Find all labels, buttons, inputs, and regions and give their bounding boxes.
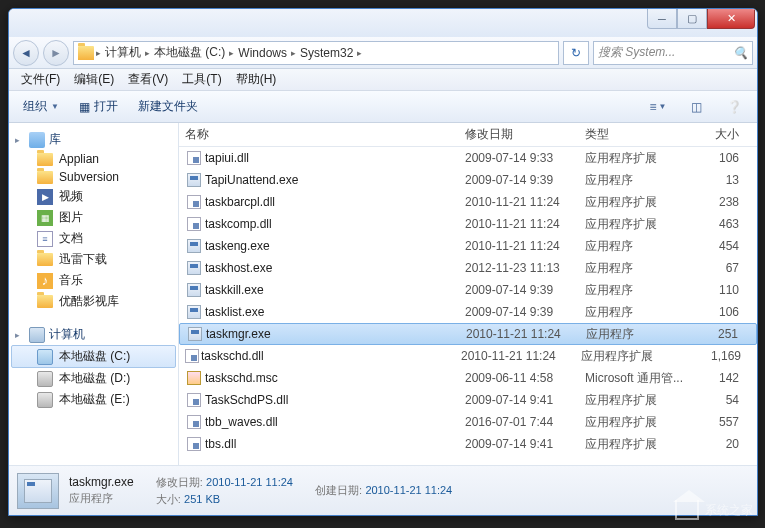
col-size[interactable]: 大小: [715, 126, 751, 143]
nav-item-thunder[interactable]: 迅雷下载: [11, 249, 176, 270]
minimize-button[interactable]: ─: [647, 9, 677, 29]
nav-item-music[interactable]: ♪音乐: [11, 270, 176, 291]
watermark-text: 系统之家: [705, 502, 753, 519]
file-name: taskmgr.exe: [204, 327, 466, 341]
menu-edit[interactable]: 编辑(E): [68, 69, 120, 90]
file-row[interactable]: tapiui.dll2009-07-14 9:33应用程序扩展106: [179, 147, 757, 169]
preview-pane-button[interactable]: ◫: [679, 96, 713, 118]
breadcrumb[interactable]: Windows: [236, 46, 289, 60]
nav-pane: ▸ 库 Applian Subversion ▶视频 ▦图片 ≡文档 迅雷下载 …: [9, 123, 179, 465]
menu-view[interactable]: 查看(V): [122, 69, 174, 90]
file-date: 2010-11-21 11:24: [466, 327, 586, 341]
file-date: 2010-11-21 11:24: [465, 195, 585, 209]
file-size: 251: [716, 327, 750, 341]
file-name: TaskSchdPS.dll: [203, 393, 465, 407]
chevron-right-icon[interactable]: ▸: [229, 48, 234, 58]
file-date: 2009-07-14 9:39: [465, 173, 585, 187]
file-row[interactable]: taskschd.msc2009-06-11 4:58Microsoft 通用管…: [179, 367, 757, 389]
file-name: taskcomp.dll: [203, 217, 465, 231]
maximize-button[interactable]: ▢: [677, 9, 707, 29]
file-row[interactable]: taskcomp.dll2010-11-21 11:24应用程序扩展463: [179, 213, 757, 235]
open-button[interactable]: ▦ 打开: [71, 94, 126, 119]
new-folder-button[interactable]: 新建文件夹: [130, 94, 206, 119]
view-options-button[interactable]: ≡ ▼: [641, 96, 675, 118]
details-mod-value: 2010-11-21 11:24: [206, 476, 293, 488]
file-type: 应用程序扩展: [581, 348, 711, 365]
col-name[interactable]: 名称: [185, 126, 465, 143]
organize-button[interactable]: 组织 ▼: [15, 94, 67, 119]
nav-library[interactable]: ▸ 库: [11, 129, 176, 150]
nav-drive-e[interactable]: 本地磁盘 (E:): [11, 389, 176, 410]
file-icon: [185, 173, 203, 187]
disk-icon: [37, 371, 53, 387]
breadcrumb[interactable]: System32: [298, 46, 355, 60]
file-date: 2009-07-14 9:39: [465, 305, 585, 319]
file-size: 67: [715, 261, 751, 275]
file-size: 106: [715, 151, 751, 165]
menu-help[interactable]: 帮助(H): [230, 69, 283, 90]
file-row[interactable]: taskeng.exe2010-11-21 11:24应用程序454: [179, 235, 757, 257]
file-size: 110: [715, 283, 751, 297]
chevron-right-icon[interactable]: ▸: [291, 48, 296, 58]
file-type: 应用程序扩展: [585, 150, 715, 167]
refresh-button[interactable]: ↻: [563, 41, 589, 65]
file-name: taskkill.exe: [203, 283, 465, 297]
col-type[interactable]: 类型: [585, 126, 715, 143]
menubar: 文件(F) 编辑(E) 查看(V) 工具(T) 帮助(H): [9, 69, 757, 91]
details-filename: taskmgr.exe: [69, 475, 134, 489]
file-type: 应用程序扩展: [585, 216, 715, 233]
file-row[interactable]: taskbarcpl.dll2010-11-21 11:24应用程序扩展238: [179, 191, 757, 213]
file-size: 20: [715, 437, 751, 451]
address-bar[interactable]: ▸ 计算机 ▸ 本地磁盘 (C:) ▸ Windows ▸ System32 ▸: [73, 41, 559, 65]
file-icon: [185, 151, 203, 165]
file-icon: [185, 415, 203, 429]
chevron-right-icon[interactable]: ▸: [96, 48, 101, 58]
file-name: taskeng.exe: [203, 239, 465, 253]
search-input[interactable]: 搜索 System... 🔍: [593, 41, 753, 65]
help-button[interactable]: ❔: [717, 96, 751, 118]
file-row[interactable]: tasklist.exe2009-07-14 9:39应用程序106: [179, 301, 757, 323]
chevron-right-icon[interactable]: ▸: [145, 48, 150, 58]
file-row[interactable]: TapiUnattend.exe2009-07-14 9:39应用程序13: [179, 169, 757, 191]
close-button[interactable]: ✕: [707, 9, 755, 29]
file-row[interactable]: taskkill.exe2009-07-14 9:39应用程序110: [179, 279, 757, 301]
breadcrumb[interactable]: 本地磁盘 (C:): [152, 44, 227, 61]
folder-icon: [37, 171, 53, 184]
file-date: 2009-07-14 9:39: [465, 283, 585, 297]
nav-computer[interactable]: ▸ 计算机: [11, 324, 176, 345]
nav-item-subversion[interactable]: Subversion: [11, 168, 176, 186]
nav-item-video[interactable]: ▶视频: [11, 186, 176, 207]
nav-drive-c[interactable]: 本地磁盘 (C:): [11, 345, 176, 368]
nav-drive-d[interactable]: 本地磁盘 (D:): [11, 368, 176, 389]
nav-item-documents[interactable]: ≡文档: [11, 228, 176, 249]
file-row[interactable]: taskschd.dll2010-11-21 11:24应用程序扩展1,169: [179, 345, 757, 367]
file-type: 应用程序扩展: [585, 392, 715, 409]
menu-file[interactable]: 文件(F): [15, 69, 66, 90]
forward-button[interactable]: ►: [43, 40, 69, 66]
details-size-label: 大小:: [156, 493, 181, 505]
file-row[interactable]: tbb_waves.dll2016-07-01 7:44应用程序扩展557: [179, 411, 757, 433]
nav-item-pictures[interactable]: ▦图片: [11, 207, 176, 228]
disk-icon: [37, 392, 53, 408]
nav-item-youku[interactable]: 优酷影视库: [11, 291, 176, 312]
back-button[interactable]: ◄: [13, 40, 39, 66]
picture-icon: ▦: [37, 210, 53, 226]
file-date: 2009-07-14 9:41: [465, 393, 585, 407]
col-date[interactable]: 修改日期: [465, 126, 585, 143]
house-icon: [675, 500, 699, 520]
breadcrumb[interactable]: 计算机: [103, 44, 143, 61]
file-row[interactable]: tbs.dll2009-07-14 9:41应用程序扩展20: [179, 433, 757, 455]
nav-library-label: 库: [49, 131, 61, 148]
file-row[interactable]: taskmgr.exe2010-11-21 11:24应用程序251: [179, 323, 757, 345]
menu-tools[interactable]: 工具(T): [176, 69, 227, 90]
nav-computer-label: 计算机: [49, 326, 85, 343]
file-date: 2009-07-14 9:33: [465, 151, 585, 165]
folder-icon: [37, 153, 53, 166]
nav-item-applian[interactable]: Applian: [11, 150, 176, 168]
file-date: 2010-11-21 11:24: [465, 239, 585, 253]
file-name: tapiui.dll: [203, 151, 465, 165]
file-row[interactable]: taskhost.exe2012-11-23 11:13应用程序67: [179, 257, 757, 279]
file-row[interactable]: TaskSchdPS.dll2009-07-14 9:41应用程序扩展54: [179, 389, 757, 411]
new-folder-label: 新建文件夹: [138, 98, 198, 115]
chevron-right-icon[interactable]: ▸: [357, 48, 362, 58]
